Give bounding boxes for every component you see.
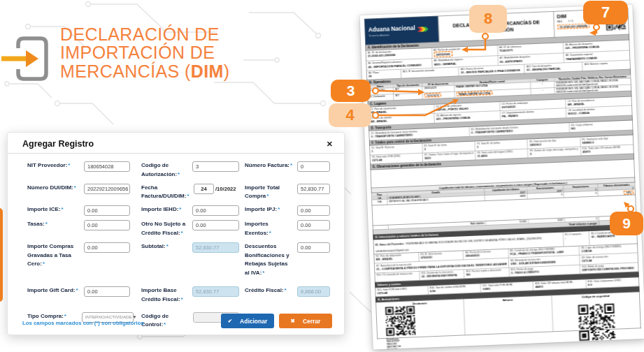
callout-badge-8: 8 — [469, 5, 507, 33]
doc-field: E1.1 Categoría - — [563, 231, 589, 246]
dialog-title: Agregar Registro — [22, 139, 94, 149]
enter-arrow-icon — [1, 36, 52, 81]
doc-field: A9. Plazo20 — [366, 69, 401, 80]
fecha-factura-dui-dim-input[interactable]: 24 — [194, 184, 214, 194]
doc-field: A13. Número carpeta — [582, 60, 630, 71]
fecha-factura-dui-dim-label: Fecha Factura/DUI/DIM:* — [141, 184, 194, 202]
descuentos-bonificaciones-label: Descuentos Bonificaciones y Rebajas Suje… — [245, 242, 297, 278]
highlight-box: 6868 — [624, 190, 634, 195]
importe-ice-input[interactable]: 0.00 — [84, 205, 130, 216]
doc-field: E12. Factura sujeta a descuentoNO — [464, 267, 510, 279]
importe-compras-tasa-cero-input[interactable]: 0.00 — [84, 242, 130, 253]
numero-dui-dim-input[interactable]: 20229212009656 — [84, 184, 130, 194]
codigo-de-control-label: Código de Control:* — [141, 312, 193, 330]
title-line-1: DECLARACIÓN DE — [60, 24, 220, 44]
aduana-nacional-logo: Aduana Nacional Tú eres la diferencia — [364, 16, 438, 45]
descuentos-bonificaciones-input[interactable]: 0.00 — [297, 242, 330, 253]
importe-ipj-input[interactable]: 0.00 — [297, 205, 330, 216]
qr-code — [385, 304, 464, 337]
highlight-dim-number: 21-2022-621-2009656 — [557, 23, 590, 29]
importe-ice-label: Importe ICE:* — [27, 205, 84, 214]
otro-no-sujeto-credito-fiscal-input[interactable]: 0.00 — [192, 220, 239, 230]
highlight-box: 180654028 — [424, 93, 442, 98]
importe-base-credito-fiscal-input[interactable]: 52,830.77 — [192, 286, 239, 297]
highlight-box: TRADE CENTER V&V LTDA — [456, 91, 493, 97]
decorative-orange-strip — [0, 208, 3, 302]
importe-iehd-input[interactable]: 0.00 — [192, 205, 239, 216]
codigo-autorizacion-label: Codigo de Autorización:* — [141, 161, 192, 179]
close-icon[interactable]: ✕ — [327, 140, 333, 148]
subtotal-label: Subtotal:* — [141, 242, 192, 251]
actuaciones-column: Aduana — [464, 295, 553, 335]
check-icon: ✔ — [228, 318, 232, 324]
importe-iehd-label: Importe IEHD:* — [141, 205, 192, 214]
bolivia-flag-arrow-icon — [417, 26, 429, 34]
importe-base-credito-fiscal-label: Importe Base Crédito Fiscal:* — [141, 286, 192, 305]
title-line-3: MERCANCÍAS ( — [60, 61, 191, 81]
doc-field: E11. Destino de la mercancía02 - REVENTA… — [420, 270, 465, 281]
adicionar-button[interactable]: ✔ Adicionar — [221, 314, 274, 328]
importe-ipj-label: Importe IPJ:* — [245, 205, 297, 214]
nit-proveedor-label: NIT Proveedor:* — [27, 161, 84, 170]
required-fields-note: Los campos marcados con (*) son obligato… — [22, 320, 144, 326]
fecha-factura-dui-dim-field: 24/10/2022 — [194, 184, 236, 194]
callout-badge-3: 3 — [331, 80, 371, 102]
fecha-factura-dui-dim-suffix: /10/2022 — [215, 184, 236, 194]
tasas-input[interactable]: 0.00 — [84, 220, 130, 230]
callout-badge-9: 9 — [610, 212, 643, 235]
dim-document: Aduana Nacional Tú eres la diferencia DE… — [360, 4, 644, 349]
credito-fiscal-input[interactable]: 6,868.00 — [297, 286, 330, 297]
actuaciones-column: Código de seguridad — [552, 292, 641, 332]
credito-fiscal-label: Crédito Fiscal:* — [245, 286, 297, 295]
otro-no-sujeto-credito-fiscal-label: Otro No Sujeto a Crédito Fiscal:* — [141, 220, 192, 238]
qr-code — [554, 302, 640, 344]
highlight-box: 24/10/2022 — [434, 51, 452, 58]
doc-field: E10. T/C moneda de transacción — [375, 271, 420, 282]
callout-badge-4: 4 — [329, 103, 371, 127]
importes-exentos-input[interactable]: 0.00 — [297, 220, 330, 230]
importe-gift-card-input[interactable]: 0.00 — [84, 286, 130, 297]
codigo-autorizacion-input[interactable]: 3 — [192, 161, 239, 172]
tasas-label: Tasas:* — [27, 220, 84, 229]
numero-dui-dim-label: Número DUI/DIM:* — [27, 184, 84, 193]
actuaciones-column: DeclaranteFirmado por:PAULA NIURVASQUEZS… — [376, 299, 466, 339]
importes-exentos-label: Importes Exentos:* — [245, 220, 297, 238]
importe-total-compra-label: Importe Total Compra* — [245, 184, 297, 202]
importe-gift-card-label: Importe Gift Card:* — [27, 286, 84, 295]
cerrar-button[interactable]: ✖ Cerrar — [279, 314, 332, 328]
close-icon: ✖ — [291, 318, 295, 324]
page-title: DECLARACIÓN DE IMPORTACIÓN DE MERCANCÍAS… — [60, 25, 230, 80]
form-grid: NIT Proveedor:*180654028Codigo de Autori… — [8, 154, 344, 330]
importe-compras-tasa-cero-label: Importe Compras Gravadas a Tasa Cero:* — [27, 242, 84, 269]
title-dim: DIM — [191, 61, 224, 81]
title-line-2: IMPORTACIÓN DE — [60, 43, 215, 62]
agregar-registro-dialog: Agregar Registro ✕ NIT Proveedor:*180654… — [7, 132, 345, 335]
subtotal-input[interactable]: 52,830.77 — [192, 242, 239, 253]
nit-proveedor-input[interactable]: 180654028 — [84, 161, 130, 172]
numero-factura-input[interactable]: 0 — [297, 161, 330, 172]
importe-total-compra-input[interactable]: 52,830.77 — [297, 184, 330, 194]
numero-factura-label: Número Factura:* — [245, 161, 297, 170]
callout-badge-7: 7 — [583, 1, 628, 24]
